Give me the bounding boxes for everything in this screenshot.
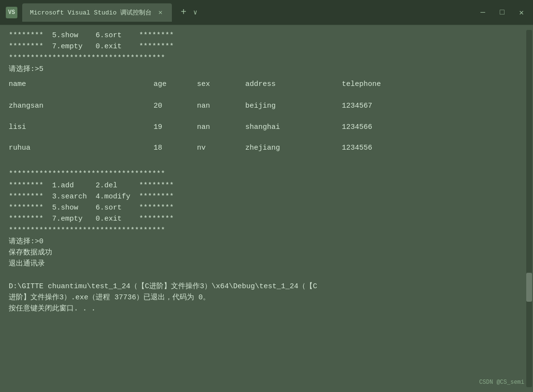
cell-address-2: shanghai: [245, 115, 342, 136]
watermark: CSDN @CS_semi: [479, 378, 524, 387]
scrollbar[interactable]: [526, 30, 532, 387]
menu-top-line2: ******** 7.empty 0.exit ********: [9, 41, 524, 52]
debug-path2: 进阶】文件操作3）.exe（进程 37736）已退出，代码为 0。: [9, 292, 524, 303]
tab-dropdown-button[interactable]: ∨: [193, 8, 197, 16]
menu-bottom-3: ******** 5.show 6.sort ********: [9, 202, 524, 213]
header-name: name: [9, 76, 154, 93]
cell-telephone-2: 1234566: [342, 115, 400, 136]
minimize-button[interactable]: —: [477, 7, 489, 18]
cell-sex-1: nan: [197, 94, 245, 114]
table-row: ruhua 18 nv zhejiang 1234556: [9, 136, 400, 156]
cell-name-1: zhangsan: [9, 94, 154, 114]
prompt-line2: 请选择:>0: [9, 236, 524, 247]
cell-age-3: 18: [154, 136, 197, 156]
cell-sex-2: nan: [197, 115, 245, 136]
separator-mid: ************************************: [9, 168, 524, 180]
blank-line2: [9, 270, 524, 281]
maximize-button[interactable]: □: [496, 7, 508, 18]
header-row: name age sex address telephone: [9, 76, 400, 93]
header-address: address: [245, 76, 342, 93]
save-success: 保存数据成功: [9, 247, 524, 258]
cell-address-1: beijing: [245, 94, 342, 114]
scrollbar-thumb[interactable]: [526, 273, 532, 302]
press-key: 按任意键关闭此窗口. . .: [9, 303, 524, 314]
menu-top-line1: ******** 5.show 6.sort ********: [9, 30, 524, 41]
title-bar: VS Microsoft Visual Studio 调试控制台 ✕ + ∨ —…: [0, 0, 533, 25]
table-row: lisi 19 nan shanghai 1234566: [9, 115, 400, 136]
app-icon: VS: [6, 7, 17, 18]
cell-telephone-1: 1234567: [342, 94, 400, 114]
menu-bottom-4: ******** 7.empty 0.exit ********: [9, 213, 524, 224]
cell-address-3: zhejiang: [245, 136, 342, 156]
prompt-line: 请选择:>5: [9, 64, 524, 75]
cell-age-2: 19: [154, 115, 197, 136]
menu-bottom-1: ******** 1.add 2.del ********: [9, 180, 524, 191]
data-table: zhangsan 20 nan beijing 1234567 lisi 19 …: [9, 94, 400, 156]
cell-telephone-3: 1234556: [342, 136, 400, 156]
blank-line: [9, 157, 524, 168]
header-sex: sex: [197, 76, 245, 93]
table-row: zhangsan 20 nan beijing 1234567: [9, 94, 400, 114]
separator-bottom: ************************************: [9, 225, 524, 236]
separator-top: ************************************: [9, 53, 524, 64]
cell-age-1: 20: [154, 94, 197, 114]
table-header: name age sex address telephone: [9, 76, 400, 93]
cell-name-2: lisi: [9, 115, 154, 136]
menu-bottom-2: ******** 3.search 4.modify ********: [9, 191, 524, 202]
tab-close-button[interactable]: ✕: [156, 9, 164, 16]
debug-path1: D:\GITTE chuantimu\test_1_24（【C进阶】文件操作3）…: [9, 281, 524, 292]
exit-msg: 退出通讯录: [9, 258, 524, 269]
tab-title: Microsoft Visual Studio 调试控制台: [30, 8, 152, 17]
title-tab[interactable]: Microsoft Visual Studio 调试控制台 ✕: [22, 3, 172, 22]
header-age: age: [154, 76, 197, 93]
header-telephone: telephone: [342, 76, 400, 93]
window-controls: — □ ✕: [477, 7, 527, 18]
cell-sex-3: nv: [197, 136, 245, 156]
cell-name-3: ruhua: [9, 136, 154, 156]
terminal-output: ******** 5.show 6.sort ******** ********…: [0, 25, 533, 392]
close-button[interactable]: ✕: [516, 7, 527, 18]
new-tab-button[interactable]: +: [181, 7, 186, 18]
